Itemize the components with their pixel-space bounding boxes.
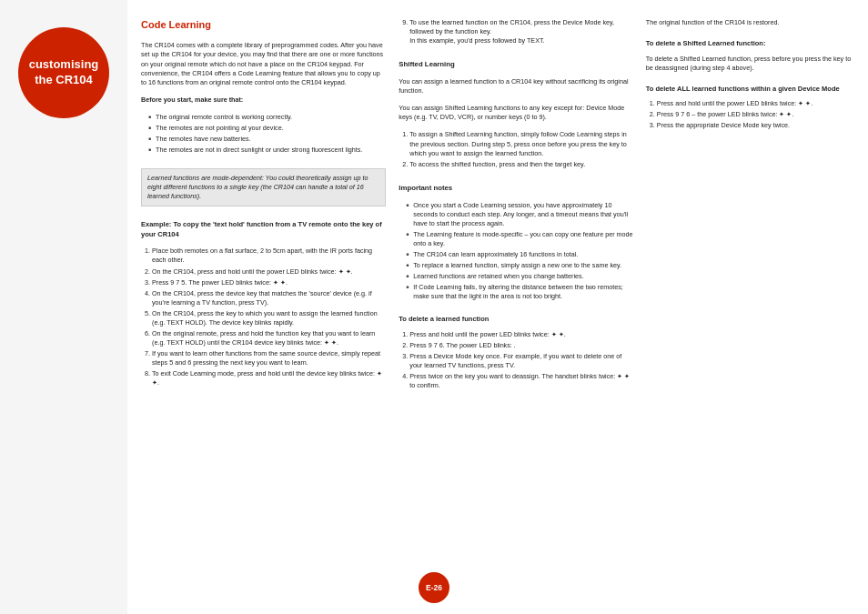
highlight-box: Learned functions are mode-dependent: Yo… xyxy=(141,168,386,206)
shifted-intro2: You can assign Shifted Learning function… xyxy=(399,104,633,122)
note-item: Learned functions are retained when you … xyxy=(406,272,633,281)
delete-step: Press and hold until the power LED blink… xyxy=(409,330,633,339)
circle-badge: customising the CR104 xyxy=(18,27,109,118)
note-item: Once you start a Code Learning session, … xyxy=(406,201,633,228)
before-start: Before you start, make sure that: xyxy=(141,96,386,105)
delete-step: Press 9 7 6. The power LED blinks: . xyxy=(409,341,633,350)
restored-text: The original function of the CR104 is re… xyxy=(646,18,859,27)
step-9: To use the learned function on the CR104… xyxy=(409,18,633,45)
col-mid: To use the learned function on the CR104… xyxy=(399,18,633,605)
step-item: On the CR104, press and hold until the p… xyxy=(152,267,386,277)
page-number: E-26 xyxy=(419,572,449,603)
step-item: To exit Code Learning mode, press and ho… xyxy=(152,369,386,388)
step-item: If you want to learn other functions fro… xyxy=(152,349,386,367)
shifted-steps: To assign a Shifted Learning function, s… xyxy=(399,130,633,170)
checklist: The original remote control is working c… xyxy=(141,113,386,156)
badge-line1: customising xyxy=(29,57,99,73)
delete-steps: Press and hold until the power LED blink… xyxy=(399,330,633,392)
step-item: On the CR104, press the device key that … xyxy=(152,289,386,307)
shifted-step: To assign a Shifted Learning function, s… xyxy=(409,130,633,157)
all-delete-step: Press 9 7 6 – the power LED blinks twice… xyxy=(657,110,859,119)
check-item: The remotes have new batteries. xyxy=(148,135,386,144)
note-item: To replace a learned function, simply as… xyxy=(406,261,633,270)
shifted-intro1: You can assign a learned function to a C… xyxy=(399,77,633,96)
step-item: On the CR104, press the key to which you… xyxy=(152,309,386,327)
all-delete-step: Press and hold until the power LED blink… xyxy=(657,99,859,108)
example-title: Example: To copy the 'text hold' functio… xyxy=(141,220,386,239)
shifted-title: Shifted Learning xyxy=(399,60,633,70)
note-item: The CR104 can learn approximately 16 fun… xyxy=(406,250,633,259)
step-item: Place both remotes on a flat surface, 2 … xyxy=(152,247,386,265)
col-left: Code Learning The CR104 comes with a com… xyxy=(141,18,386,605)
left-sidebar: customising the CR104 xyxy=(0,0,127,614)
step-item: Press 9 7 5. The power LED blinks twice:… xyxy=(152,278,386,287)
check-item: The remotes are not pointing at your dev… xyxy=(148,124,386,133)
col-right: The original function of the CR104 is re… xyxy=(646,18,859,605)
delete-step: Press a Device Mode key once. For exampl… xyxy=(409,352,633,370)
main-content: Code Learning The CR104 comes with a com… xyxy=(127,0,868,614)
shifted-delete-text: To delete a Shifted Learned function, pr… xyxy=(646,55,859,73)
badge-line2: the CR104 xyxy=(35,73,93,88)
all-delete-title: To delete ALL learned functions within a… xyxy=(646,85,859,95)
delete-step: Press twice on the key you want to deass… xyxy=(409,372,633,390)
note-item: The Learning feature is mode-specific – … xyxy=(406,230,633,248)
step-item: On the original remote, press and hold t… xyxy=(152,329,386,347)
page-container: customising the CR104 Code Learning The … xyxy=(0,0,868,614)
section-title: Code Learning xyxy=(141,18,386,32)
important-title: Important notes xyxy=(399,184,633,194)
intro-text: The CR104 comes with a complete library … xyxy=(141,41,386,86)
note-item: If Code Learning fails, try altering the… xyxy=(406,283,633,301)
check-item: The remotes are not in direct sunlight o… xyxy=(148,146,386,155)
shifted-step: To access the shifted function, press an… xyxy=(409,160,633,169)
continued-steps: To use the learned function on the CR104… xyxy=(399,18,633,47)
steps-list: Place both remotes on a flat surface, 2 … xyxy=(141,247,386,389)
all-delete-step: Press the appropriate Device Mode key tw… xyxy=(657,121,859,130)
all-delete-steps: Press and hold until the power LED blink… xyxy=(646,99,859,132)
check-item: The original remote control is working c… xyxy=(148,113,386,122)
important-notes: Once you start a Code Learning session, … xyxy=(399,201,633,304)
delete-title: To delete a learned function xyxy=(399,315,633,325)
shifted-delete-title: To delete a Shifted Learned function: xyxy=(646,39,859,49)
